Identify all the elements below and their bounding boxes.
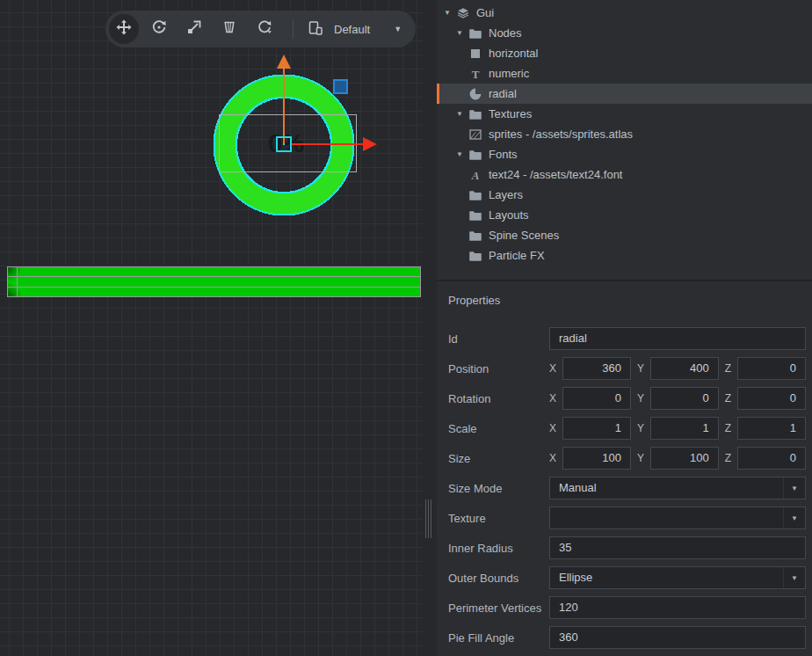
outline-item-textures[interactable]: ▼Textures xyxy=(437,104,812,124)
outline-item-label: Gui xyxy=(476,6,494,19)
chevron-down-icon: ▼ xyxy=(783,507,805,528)
move-gizmo-y-arrowhead[interactable] xyxy=(277,55,291,69)
prop-label-perimeter-vertices: Perimeter Vertices xyxy=(448,601,549,615)
axis-label-z: Z xyxy=(725,422,731,434)
move-gizmo-center-handle[interactable] xyxy=(276,136,292,152)
horizontal-bar-visual[interactable] xyxy=(7,266,421,297)
prop-field-inner-radius[interactable]: 35 xyxy=(549,536,806,559)
prop-field-rotation-y[interactable]: 0 xyxy=(650,387,719,410)
toolbar-separator xyxy=(293,19,294,39)
move-tool-button[interactable] xyxy=(109,14,139,44)
expand-arrow-icon[interactable]: ▼ xyxy=(456,29,468,37)
scene-toolbar: Default ▼ xyxy=(105,11,416,47)
rotate-icon xyxy=(150,18,168,40)
right-panel: ▼Gui▼NodeshorizontalTnumericradial▼Textu… xyxy=(437,0,812,656)
outline-item-layouts[interactable]: Layouts xyxy=(437,205,812,225)
prop-row-rotation: RotationX0Y0Z0 xyxy=(448,387,806,410)
prop-field-scale-z[interactable]: 1 xyxy=(737,417,806,440)
outline-item-label: Spine Scenes xyxy=(489,229,559,242)
prop-select-texture[interactable]: ▼ xyxy=(549,507,806,529)
move-gizmo-x-axis[interactable] xyxy=(291,143,363,145)
outline-item-layers[interactable]: Layers xyxy=(437,185,812,205)
move-gizmo-y-axis[interactable] xyxy=(283,68,285,143)
prop-label-size: Size xyxy=(448,452,549,465)
prop-field-rotation-z[interactable]: 0 xyxy=(737,387,806,410)
outline-item-fonts[interactable]: ▼Fonts xyxy=(437,144,812,164)
outline-item-sprites[interactable]: sprites - /assets/sprites.atlas xyxy=(437,124,812,144)
toolbar-tools xyxy=(109,14,279,44)
outline-item-horizontal[interactable]: horizontal xyxy=(437,43,812,63)
svg-text:A: A xyxy=(471,168,480,181)
prop-field-position-x[interactable]: 360 xyxy=(562,357,631,380)
prop-field-size-y[interactable]: 100 xyxy=(650,447,719,470)
folder-icon xyxy=(468,26,482,40)
prop-row-texture: Texture▼ xyxy=(448,507,806,529)
axis-label-x: X xyxy=(549,452,556,464)
prop-field-position-z[interactable]: 0 xyxy=(737,357,806,380)
prop-label-id: Id xyxy=(448,332,549,346)
prop-field-position-y[interactable]: 400 xyxy=(650,357,719,380)
properties-rows: IdradialPositionX360Y400Z0RotationX0Y0Z0… xyxy=(448,327,806,649)
reset-camera-tool-button[interactable] xyxy=(250,14,279,44)
expand-arrow-icon[interactable]: ▼ xyxy=(444,9,456,17)
move-gizmo-x-arrowhead[interactable] xyxy=(363,137,377,151)
outline-item-label: Fonts xyxy=(489,148,518,161)
outline-item-particle-fx[interactable]: Particle FX xyxy=(437,245,812,266)
panel-splitter[interactable] xyxy=(423,0,437,656)
prop-label-position: Position xyxy=(448,362,549,375)
prop-row-id: Idradial xyxy=(448,327,806,350)
prop-label-pie-fill-angle: Pie Fill Angle xyxy=(448,631,549,645)
prop-field-pie-fill-angle[interactable]: 360 xyxy=(549,626,806,649)
prop-field-id[interactable]: radial xyxy=(549,327,806,350)
layout-selector-dropdown[interactable]: Default ▼ xyxy=(307,19,402,40)
prop-label-outer-bounds: Outer Bounds xyxy=(448,572,549,585)
prop-row-inner-radius: Inner Radius35 xyxy=(448,536,806,559)
chevron-down-icon: ▼ xyxy=(394,25,402,33)
outline-item-spine-scenes[interactable]: Spine Scenes xyxy=(437,225,812,245)
svg-text:T: T xyxy=(472,67,480,80)
prop-row-pie-fill-angle: Pie Fill Angle360 xyxy=(448,626,806,649)
expand-arrow-icon[interactable]: ▼ xyxy=(456,110,468,118)
axis-label-y: Y xyxy=(637,422,644,434)
layout-selector-value: Default xyxy=(334,23,370,36)
prop-field-scale-y[interactable]: 1 xyxy=(650,417,719,440)
scene-canvas[interactable]: Default ▼ 0% xyxy=(0,0,423,656)
text-icon: T xyxy=(468,67,482,81)
outline-item-label: Layers xyxy=(489,188,523,201)
box-icon xyxy=(468,47,482,61)
outline-item-nodes[interactable]: ▼Nodes xyxy=(437,23,812,43)
properties-title: Properties xyxy=(448,294,806,308)
chevron-down-icon: ▼ xyxy=(783,567,805,588)
reset-icon xyxy=(256,18,273,40)
axis-label-y: Y xyxy=(637,392,644,405)
prop-select-outer-bounds[interactable]: Ellipse▼ xyxy=(549,566,806,589)
outline-item-radial[interactable]: radial xyxy=(437,84,812,104)
properties-panel: Properties IdradialPositionX360Y400Z0Rot… xyxy=(437,281,812,656)
editor-window: Default ▼ 0% ▼Gui▼NodeshorizontalTnumeri… xyxy=(0,0,812,656)
folder-icon xyxy=(468,249,482,263)
axis-label-y: Y xyxy=(637,362,644,375)
prop-field-size-x[interactable]: 100 xyxy=(562,447,631,470)
folder-icon xyxy=(468,188,482,202)
prop-row-perimeter-vertices: Perimeter Vertices120 xyxy=(448,596,806,619)
outline-item-label: numeric xyxy=(489,67,529,80)
outline-item-numeric[interactable]: Tnumeric xyxy=(437,63,812,84)
outline-item-label: Layouts xyxy=(489,208,529,222)
outline-item-label: horizontal xyxy=(489,47,538,60)
prop-field-perimeter-vertices[interactable]: 120 xyxy=(549,596,806,619)
prop-field-size-z[interactable]: 0 xyxy=(737,447,806,470)
axis-label-z: Z xyxy=(725,452,731,464)
rotate-tool-button[interactable] xyxy=(144,14,174,44)
axis-label-y: Y xyxy=(637,452,644,464)
prop-select-size-mode[interactable]: Manual▼ xyxy=(549,477,806,499)
pie-icon xyxy=(468,87,482,101)
folder-icon xyxy=(468,208,482,222)
outline-item-text24[interactable]: Atext24 - /assets/text24.font xyxy=(437,164,812,185)
blue-anchor-handle[interactable] xyxy=(333,79,348,94)
prop-field-scale-x[interactable]: 1 xyxy=(562,417,631,440)
outline-item-gui[interactable]: ▼Gui xyxy=(437,3,812,23)
expand-arrow-icon[interactable]: ▼ xyxy=(456,150,468,158)
prop-field-rotation-x[interactable]: 0 xyxy=(562,387,631,410)
frustum-tool-button[interactable] xyxy=(214,14,244,44)
scale-tool-button[interactable] xyxy=(179,14,209,44)
